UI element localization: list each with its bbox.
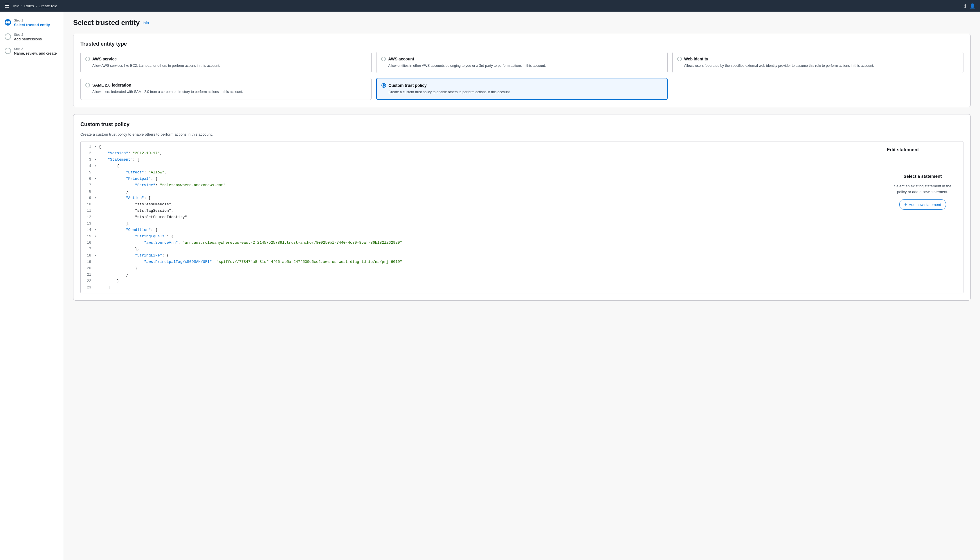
line-number: 2 [81, 150, 95, 157]
code-line-6: 6▾ "Principal": { [81, 176, 882, 182]
line-number: 21 [81, 272, 95, 278]
entity-options-row1: AWS service Allow AWS services like EC2,… [80, 52, 963, 73]
line-content: }, [99, 246, 882, 252]
code-line-23: 23 ] [81, 284, 882, 291]
code-line-14: 14▾ "Condition": { [81, 227, 882, 233]
code-editor-area[interactable]: 1▾{2 "Version": "2012-10-17",3▾ "Stateme… [81, 142, 882, 293]
select-stmt-title: Select a statement [904, 174, 942, 178]
entity-option-aws-service-header: AWS service [85, 57, 367, 61]
line-content: "Effect": "Allow", [99, 169, 882, 176]
line-toggle[interactable]: ▾ [95, 144, 99, 150]
step-2-info: Step 2 Add permissions [14, 33, 42, 41]
select-stmt-desc: Select an existing statement in the poli… [892, 183, 954, 195]
line-number: 3 [81, 157, 95, 163]
main-content: Select trusted entity Info Trusted entit… [64, 12, 980, 560]
trusted-entity-title: Trusted entity type [80, 41, 963, 47]
line-number: 23 [81, 284, 95, 291]
line-content: "Condition": { [99, 227, 882, 233]
entity-option-saml-header: SAML 2.0 federation [85, 83, 367, 87]
line-number: 6 [81, 176, 95, 182]
entity-options-row2: SAML 2.0 federation Allow users federate… [80, 78, 963, 100]
step-2[interactable]: Step 2 Add permissions [5, 33, 59, 41]
line-content: "sts:TagSession", [99, 208, 882, 214]
line-content: "Action": [ [99, 195, 882, 201]
entity-option-web-identity-name: Web identity [684, 57, 708, 61]
line-toggle[interactable]: ▾ [95, 157, 99, 163]
entity-option-custom-header: Custom trust policy [382, 83, 662, 88]
step-3[interactable]: Step 3 Name, review, and create [5, 47, 59, 55]
entity-option-aws-service-radio [85, 57, 90, 61]
line-content: }, [99, 188, 882, 195]
entity-option-custom-name: Custom trust policy [389, 83, 427, 88]
entity-option-aws-account-desc: Allow entities in other AWS accounts bel… [381, 63, 663, 68]
entity-option-saml[interactable]: SAML 2.0 federation Allow users federate… [80, 78, 372, 100]
breadcrumb-roles[interactable]: Roles [24, 4, 34, 8]
line-content: } [99, 278, 882, 284]
account-icon[interactable]: 👤 [970, 3, 975, 9]
entity-option-saml-name: SAML 2.0 federation [92, 83, 131, 87]
edit-statement-panel: Edit statement Select a statement Select… [882, 142, 963, 293]
entity-option-web-identity-header: Web identity [677, 57, 958, 61]
code-line-8: 8 }, [81, 188, 882, 195]
entity-option-aws-account-header: AWS account [381, 57, 663, 61]
entity-option-aws-service[interactable]: AWS service Allow AWS services like EC2,… [80, 52, 372, 73]
entity-option-custom-radio [382, 83, 386, 88]
line-toggle[interactable]: ▾ [95, 163, 99, 169]
step-3-label: Step 3 [14, 47, 56, 50]
entity-option-aws-account-radio [381, 57, 386, 61]
line-content: "aws:PrincipalTag/x509SAN/URI": "spiffe:… [99, 259, 882, 265]
custom-policy-subtitle: Create a custom trust policy to enable o… [80, 132, 963, 137]
code-line-4: 4▾ { [81, 163, 882, 169]
line-number: 4 [81, 163, 95, 169]
page-title: Select trusted entity [73, 18, 140, 27]
step-1-info: Step 1 Select trusted entity [14, 18, 50, 27]
step-3-title: Name, review, and create [14, 51, 56, 55]
entity-option-saml-desc: Allow users federated with SAML 2.0 from… [85, 89, 367, 94]
add-stmt-label: Add new statement [909, 202, 941, 207]
line-toggle[interactable]: ▾ [95, 195, 99, 201]
line-content: ] [99, 284, 882, 291]
sidebar: Step 1 Select trusted entity Step 2 Add … [0, 12, 64, 560]
add-statement-button[interactable]: + Add new statement [899, 199, 946, 210]
line-number: 19 [81, 259, 95, 265]
entity-option-custom[interactable]: Custom trust policy Create a custom trus… [376, 78, 668, 100]
line-number: 18 [81, 252, 95, 259]
entity-option-saml-radio [85, 83, 90, 87]
breadcrumb: IAM › Roles › Create role [13, 4, 57, 8]
line-toggle[interactable]: ▾ [95, 176, 99, 182]
line-content: "Principal": { [99, 176, 882, 182]
line-content: "sts:SetSourceIdentity" [99, 214, 882, 220]
line-toggle[interactable]: ▾ [95, 252, 99, 259]
step-2-label: Step 2 [14, 33, 42, 36]
policy-editor: 1▾{2 "Version": "2012-10-17",3▾ "Stateme… [80, 141, 963, 293]
line-toggle[interactable]: ▾ [95, 227, 99, 233]
line-number: 15 [81, 233, 95, 240]
line-number: 10 [81, 201, 95, 208]
line-content: ], [99, 220, 882, 227]
step-2-title: Add permissions [14, 37, 42, 41]
line-content: "Version": "2012-10-17", [99, 150, 882, 157]
breadcrumb-sep-2: › [36, 4, 37, 8]
entity-option-aws-service-name: AWS service [92, 57, 117, 61]
code-line-15: 15▾ "StringEquals": { [81, 233, 882, 240]
line-number: 14 [81, 227, 95, 233]
code-line-5: 5 "Effect": "Allow", [81, 169, 882, 176]
plus-icon: + [904, 202, 907, 207]
code-line-7: 7 "Service": "rolesanywhere.amazonaws.co… [81, 182, 882, 188]
hamburger-icon[interactable]: ☰ [5, 3, 9, 9]
step-3-info: Step 3 Name, review, and create [14, 47, 56, 55]
step-1[interactable]: Step 1 Select trusted entity [5, 18, 59, 27]
custom-policy-title: Custom trust policy [80, 122, 963, 128]
breadcrumb-iam[interactable]: IAM [13, 4, 20, 8]
entity-option-aws-account[interactable]: AWS account Allow entities in other AWS … [376, 52, 668, 73]
line-number: 16 [81, 240, 95, 246]
code-line-9: 9▾ "Action": [ [81, 195, 882, 201]
line-number: 5 [81, 169, 95, 176]
line-toggle[interactable]: ▾ [95, 233, 99, 240]
code-line-11: 11 "sts:TagSession", [81, 208, 882, 214]
page-info-link[interactable]: Info [143, 21, 149, 25]
code-line-17: 17 }, [81, 246, 882, 252]
entity-option-web-identity[interactable]: Web identity Allows users federated by t… [672, 52, 963, 73]
info-nav-icon[interactable]: ℹ [964, 3, 966, 9]
step-1-label: Step 1 [14, 18, 50, 22]
